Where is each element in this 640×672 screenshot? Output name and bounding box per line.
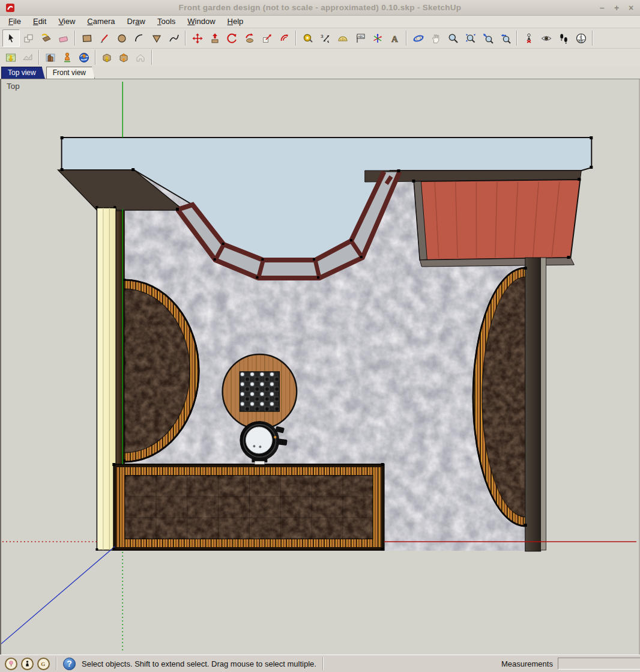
bottom-rectangular-flower-bed[interactable] <box>113 464 384 550</box>
get-models-button[interactable] <box>98 49 115 65</box>
right-fence[interactable] <box>525 258 546 551</box>
eraser-button[interactable] <box>55 29 72 47</box>
minimize-button[interactable]: – <box>598 4 606 12</box>
google-earth-button[interactable] <box>76 49 92 65</box>
zoom-extents-button[interactable] <box>479 29 497 47</box>
rectangle-icon <box>81 32 93 44</box>
maximize-button[interactable]: + <box>612 4 621 12</box>
menu-view[interactable]: View <box>52 16 81 27</box>
share-component-button[interactable] <box>132 49 149 65</box>
select-tool-button[interactable] <box>2 29 20 47</box>
balloon-icon <box>7 659 15 668</box>
person-status-button[interactable] <box>21 658 34 670</box>
chessboard[interactable] <box>240 372 280 411</box>
circle-tool-button[interactable] <box>113 29 130 47</box>
menu-draw[interactable]: Draw <box>121 16 151 27</box>
help-icon[interactable]: ? <box>63 658 76 670</box>
right-fence-light-face[interactable] <box>541 258 546 550</box>
viewport-canvas[interactable]: Top <box>1 79 639 655</box>
dimension-icon: 3 <box>319 32 331 44</box>
toolbar-separator <box>151 50 152 65</box>
polygon-tool-button[interactable] <box>148 29 165 47</box>
axes-tool-button[interactable] <box>369 29 386 47</box>
add-building-icon <box>61 52 73 64</box>
right-fence-dark-face[interactable] <box>525 258 541 551</box>
toolbar-separator <box>38 50 40 65</box>
protractor-tool-button[interactable] <box>334 29 351 47</box>
tab-front-view[interactable]: Front view <box>46 67 95 79</box>
measurements-input[interactable] <box>558 658 640 670</box>
toolbar-separator <box>516 31 518 46</box>
garage-roof[interactable] <box>414 180 580 267</box>
make-component-icon <box>23 32 35 44</box>
instructor-status-button[interactable] <box>5 658 17 670</box>
follow-me-tool-button[interactable] <box>241 29 258 47</box>
photo-textures-button[interactable] <box>42 49 59 65</box>
zoom-tool-button[interactable] <box>444 29 462 47</box>
look-around-button[interactable] <box>537 29 555 47</box>
menu-help[interactable]: Help <box>222 16 250 27</box>
statusbar-separator <box>322 657 324 670</box>
round-table-with-chessboard[interactable] <box>223 354 297 429</box>
grill-lid-dot-1 <box>253 445 255 447</box>
make-component-button[interactable] <box>20 29 37 47</box>
orbit-tool-button[interactable] <box>409 29 427 47</box>
position-camera-button[interactable] <box>520 29 537 47</box>
menu-tools[interactable]: Tools <box>151 16 181 27</box>
eraser-icon <box>58 32 70 44</box>
status-hint-text: Select objects. Shift to extend select. … <box>82 659 316 668</box>
polygon-icon <box>151 32 163 44</box>
menu-camera[interactable]: Camera <box>81 16 121 27</box>
menu-view-post: iew <box>64 17 76 26</box>
google-g-icon: G <box>40 659 47 668</box>
section-plane-button[interactable]: CR·S <box>572 29 590 47</box>
svg-text:A: A <box>391 34 398 43</box>
toggle-terrain-icon <box>22 52 34 64</box>
toggle-terrain-button[interactable] <box>19 49 36 65</box>
drawing-viewport[interactable]: Top <box>0 79 640 655</box>
menu-camera-mn: C <box>87 17 92 26</box>
menu-window[interactable]: Window <box>181 16 221 27</box>
get-models-icon <box>101 52 113 64</box>
get-current-view-button[interactable] <box>2 49 19 65</box>
google-toolbar <box>0 49 640 66</box>
line-tool-button[interactable] <box>95 29 113 47</box>
menu-window-mn: W <box>187 17 195 26</box>
menu-edit[interactable]: Edit <box>27 16 52 27</box>
add-new-building-button[interactable] <box>59 49 76 65</box>
rotate-tool-button[interactable] <box>223 29 241 47</box>
3d-text-tool-button[interactable]: A <box>386 29 403 47</box>
text-tool-button[interactable]: ABC <box>351 29 369 47</box>
move-tool-button[interactable] <box>189 29 206 47</box>
tape-measure-button[interactable] <box>299 29 316 47</box>
walk-tool-button[interactable] <box>555 29 572 47</box>
toolbar-separator <box>406 31 407 46</box>
push-pull-tool-button[interactable] <box>206 29 223 47</box>
zoom-previous-button[interactable] <box>497 29 514 47</box>
paint-bucket-button[interactable] <box>37 29 55 47</box>
freehand-icon <box>168 32 180 44</box>
menu-file[interactable]: File <box>2 16 27 27</box>
dimension-tool-button[interactable]: 3 <box>316 29 334 47</box>
google-status-button[interactable]: G <box>37 658 50 670</box>
zoom-window-icon <box>465 32 477 44</box>
wall-strip[interactable] <box>116 211 124 464</box>
pan-tool-button[interactable] <box>427 29 444 47</box>
freehand-tool-button[interactable] <box>165 29 183 47</box>
zoom-window-button[interactable] <box>462 29 479 47</box>
close-button[interactable]: × <box>627 4 635 12</box>
tape-measure-icon <box>302 32 314 44</box>
tab-top-view[interactable]: Top view <box>1 67 45 79</box>
menu-help-mn: H <box>228 17 233 26</box>
offset-tool-button[interactable] <box>276 29 293 47</box>
share-model-button[interactable] <box>115 49 132 65</box>
rectangle-tool-button[interactable] <box>78 29 95 47</box>
grill-lid[interactable] <box>246 427 272 453</box>
grill-knob-2[interactable] <box>277 438 288 446</box>
zoom-previous-icon <box>500 32 512 44</box>
svg-text:ABC: ABC <box>358 34 364 38</box>
scale-tool-button[interactable] <box>258 29 276 47</box>
arc-tool-button[interactable] <box>130 29 148 47</box>
circle-icon <box>116 32 128 44</box>
svg-text:G: G <box>41 661 45 667</box>
